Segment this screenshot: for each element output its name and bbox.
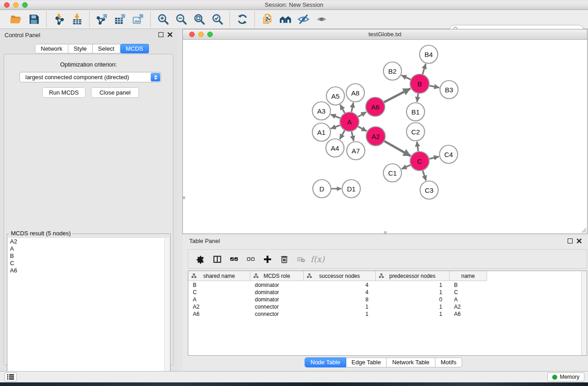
cell-predecessor-nodes[interactable]: 0 bbox=[376, 296, 449, 303]
graph-node-A6[interactable]: A6 bbox=[366, 97, 385, 116]
graph-node-A8[interactable]: A8 bbox=[346, 84, 364, 102]
cell-name[interactable]: A2 bbox=[449, 303, 487, 310]
graph-node-A5[interactable]: A5 bbox=[326, 87, 344, 105]
edge-A-A6[interactable] bbox=[358, 112, 366, 117]
edge-B-B2[interactable] bbox=[402, 75, 411, 79]
tab-network-table[interactable]: Network Table bbox=[387, 357, 435, 367]
graph-node-A2[interactable]: A2 bbox=[366, 127, 385, 146]
hide-selected-button[interactable] bbox=[294, 12, 312, 27]
edge-C-C3[interactable] bbox=[423, 171, 426, 181]
zoom-in-button[interactable] bbox=[154, 12, 172, 27]
table-row-A6[interactable]: A6connector11A6 bbox=[188, 310, 487, 318]
network-window-titlebar[interactable]: testGlobe.txt bbox=[183, 29, 587, 40]
column-header-shared-name[interactable]: shared name bbox=[188, 271, 250, 281]
graph-node-C[interactable]: C bbox=[410, 152, 429, 171]
cell-shared-name[interactable]: C bbox=[188, 289, 250, 296]
result-item-B[interactable]: B bbox=[8, 253, 165, 260]
refresh-layout-button[interactable] bbox=[233, 12, 251, 27]
memory-button[interactable]: Memory bbox=[547, 372, 584, 381]
tab-select[interactable]: Select bbox=[93, 44, 120, 53]
export-image-button[interactable] bbox=[129, 12, 147, 27]
function-builder-button[interactable]: f(x) bbox=[309, 251, 326, 267]
column-header-MCDS-role[interactable]: MCDS role bbox=[250, 271, 304, 281]
cell-name[interactable]: A6 bbox=[449, 310, 487, 318]
graph-node-A1[interactable]: A1 bbox=[312, 123, 330, 141]
cell-predecessor-nodes[interactable]: 1 bbox=[376, 310, 449, 318]
result-item-A2[interactable]: A2 bbox=[8, 238, 165, 245]
edge-A-A4[interactable] bbox=[340, 130, 345, 139]
unselect-all-columns-button[interactable] bbox=[242, 251, 259, 267]
graph-node-A3[interactable]: A3 bbox=[312, 102, 330, 120]
select-all-columns-button[interactable] bbox=[225, 251, 242, 267]
cell-name[interactable]: B bbox=[449, 281, 487, 289]
cell-name[interactable]: A bbox=[449, 296, 487, 303]
cell-successor-nodes[interactable]: 8 bbox=[304, 296, 376, 303]
split-columns-button[interactable] bbox=[209, 251, 225, 267]
cell-predecessor-nodes[interactable]: 1 bbox=[376, 281, 449, 289]
edge-A-A5[interactable] bbox=[340, 105, 345, 113]
float-panel-icon[interactable] bbox=[158, 32, 163, 37]
resize-grip[interactable] bbox=[580, 226, 587, 233]
float-table-panel-icon[interactable] bbox=[568, 238, 573, 243]
result-item-A[interactable]: A bbox=[8, 245, 165, 253]
graph-node-C2[interactable]: C2 bbox=[406, 123, 425, 141]
graph-node-A7[interactable]: A7 bbox=[347, 142, 365, 160]
zoom-fit-button[interactable] bbox=[190, 12, 208, 27]
zoom-selected-button[interactable] bbox=[208, 12, 226, 27]
cell-MCDS-role[interactable]: dominator bbox=[250, 289, 304, 296]
graph-node-D1[interactable]: D1 bbox=[342, 180, 360, 198]
cell-shared-name[interactable]: A6 bbox=[188, 310, 250, 318]
tab-motifs[interactable]: Motifs bbox=[435, 357, 463, 367]
close-panel-button[interactable]: Close panel bbox=[91, 87, 139, 98]
edge-B-B3[interactable] bbox=[430, 86, 440, 87]
graph-node-D[interactable]: D bbox=[313, 180, 331, 198]
export-table-button[interactable] bbox=[111, 12, 129, 27]
column-header-successor-nodes[interactable]: successor nodes bbox=[304, 271, 376, 281]
table-scrollbar[interactable] bbox=[581, 271, 587, 355]
export-network-button[interactable] bbox=[93, 12, 111, 27]
graph-node-C3[interactable]: C3 bbox=[420, 181, 438, 199]
first-neighbors-button[interactable] bbox=[276, 12, 294, 27]
gear-button[interactable] bbox=[192, 251, 209, 267]
graph-node-A4[interactable]: A4 bbox=[326, 139, 344, 157]
table-row-A[interactable]: Adominator80A bbox=[188, 296, 487, 303]
cell-MCDS-role[interactable]: dominator bbox=[250, 296, 304, 303]
edge-C-C4[interactable] bbox=[429, 157, 439, 159]
cell-successor-nodes[interactable]: 1 bbox=[304, 310, 376, 318]
graph-node-C4[interactable]: C4 bbox=[440, 145, 458, 163]
cell-shared-name[interactable]: A bbox=[188, 296, 250, 303]
zoom-out-button[interactable] bbox=[172, 12, 190, 27]
graph-node-B1[interactable]: B1 bbox=[406, 103, 425, 121]
close-panel-icon[interactable] bbox=[167, 32, 172, 37]
table-row-B[interactable]: Bdominator41B bbox=[188, 281, 487, 289]
tab-style[interactable]: Style bbox=[68, 44, 93, 53]
network-canvas[interactable]: B4B2BB3A8A5A6B1A3AC2A1A2A4A7C4CC1DD1C3 bbox=[183, 40, 587, 234]
show-all-button[interactable] bbox=[312, 12, 330, 27]
edge-A-A8[interactable] bbox=[351, 103, 353, 112]
cell-name[interactable]: C bbox=[449, 289, 487, 296]
cell-MCDS-role[interactable]: connector bbox=[250, 310, 304, 318]
new-network-from-selection-button[interactable] bbox=[258, 12, 276, 27]
delete-column-button[interactable] bbox=[276, 251, 292, 267]
edge-A6-B[interactable] bbox=[384, 89, 411, 102]
column-header-name[interactable]: name bbox=[449, 271, 487, 281]
table-row-C[interactable]: Cdominator41C bbox=[188, 289, 487, 296]
cell-MCDS-role[interactable]: connector bbox=[250, 303, 304, 310]
open-session-button[interactable] bbox=[7, 12, 25, 27]
delete-table-button[interactable] bbox=[292, 251, 309, 267]
graph-node-B4[interactable]: B4 bbox=[420, 45, 438, 63]
run-mcds-button[interactable]: Run MCDS bbox=[42, 87, 86, 98]
graph-node-B[interactable]: B bbox=[410, 74, 429, 93]
edge-A-A7[interactable] bbox=[352, 132, 354, 141]
network-zoom-button[interactable] bbox=[207, 32, 213, 37]
edge-A-A2[interactable] bbox=[358, 127, 367, 131]
tab-node-table[interactable]: Node Table bbox=[305, 357, 346, 367]
edge-B-B4[interactable] bbox=[423, 64, 426, 74]
minimize-window-button[interactable] bbox=[13, 2, 19, 8]
tab-network[interactable]: Network bbox=[35, 44, 68, 53]
edge-A2-C[interactable] bbox=[384, 141, 411, 156]
close-table-panel-icon[interactable] bbox=[577, 238, 582, 243]
zoom-window-button[interactable] bbox=[22, 2, 28, 8]
tab-edge-table[interactable]: Edge Table bbox=[346, 357, 387, 367]
edge-B-B1[interactable] bbox=[417, 94, 418, 102]
